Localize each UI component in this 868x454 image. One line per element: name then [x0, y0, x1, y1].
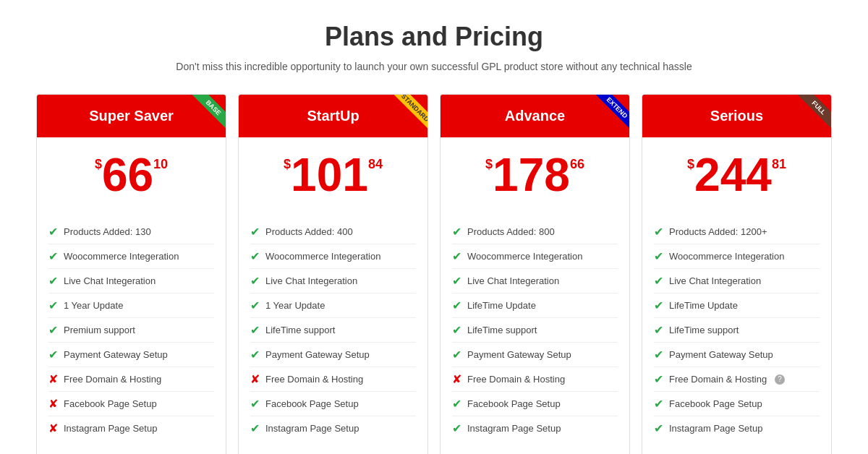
plan-price-serious: $24481 [642, 137, 831, 213]
plan-badge-serious: FULL [788, 95, 831, 137]
price-display-serious: $24481 [687, 152, 786, 198]
feature-item: ✔LifeTime Update [654, 294, 820, 318]
check-icon: ✔ [250, 348, 260, 361]
check-icon: ✔ [250, 274, 260, 288]
feature-text: Live Chat Integeration [265, 275, 357, 286]
feature-text: Facebook Page Setup [467, 398, 561, 409]
check-icon: ✔ [48, 323, 58, 337]
price-display-super-saver: $6610 [95, 152, 168, 198]
plan-badge-startup: STANDARD [384, 95, 427, 137]
feature-item: ✘Facebook Page Setup [48, 392, 214, 416]
check-icon: ✔ [654, 323, 663, 337]
feature-item: ✔LifeTime Update [452, 294, 618, 318]
check-icon: ✔ [452, 249, 461, 263]
check-icon: ✔ [654, 348, 663, 361]
feature-text: Live Chat Integeration [64, 275, 156, 286]
plan-badge-label-startup: STANDARD [393, 95, 427, 129]
plan-price-advance: $17866 [441, 137, 629, 213]
feature-item: ✔Products Added: 1200+ [654, 220, 820, 244]
feature-item: ✔Free Domain & Hosting? [654, 367, 820, 392]
cross-icon: ✘ [452, 372, 461, 386]
feature-item: ✔Premium support [48, 318, 214, 343]
plan-header-super-saver: Super SaverBASE [37, 95, 226, 137]
feature-text: Products Added: 800 [467, 226, 555, 237]
feature-text: Instagram Page Setup [467, 423, 561, 434]
feature-text: Instagram Page Setup [64, 423, 157, 434]
feature-text: LifeTime Update [467, 300, 536, 311]
check-icon: ✔ [250, 299, 260, 312]
feature-text: Live Chat Integeration [467, 275, 559, 286]
feature-item: ✔Facebook Page Setup [250, 392, 416, 416]
plan-price-super-saver: $6610 [37, 137, 226, 213]
feature-item: ✔Woocommerce Integeration [452, 244, 618, 269]
plan-price-startup: $10184 [239, 137, 427, 213]
plan-header-startup: StartUpSTANDARD [239, 95, 427, 137]
check-icon: ✔ [48, 249, 58, 263]
check-icon: ✔ [250, 421, 260, 435]
feature-item: ✔Woocommerce Integeration [654, 244, 820, 269]
feature-text: Instagram Page Setup [669, 423, 762, 434]
check-icon: ✔ [250, 323, 260, 337]
feature-item: ✘Free Domain & Hosting [48, 367, 214, 392]
feature-item: ✔LifeTime support [250, 318, 416, 343]
cross-icon: ✘ [48, 372, 58, 386]
price-dollar-serious: $ [687, 158, 694, 171]
feature-item: ✘Free Domain & Hosting [452, 367, 618, 392]
check-icon: ✔ [250, 397, 260, 411]
price-cents-advance: 66 [570, 158, 584, 171]
feature-item: ✔Products Added: 130 [48, 220, 214, 244]
feature-item: ✔LifeTime support [452, 318, 618, 343]
plan-header-advance: AdvanceEXTEND [441, 95, 629, 137]
check-icon: ✔ [250, 225, 260, 239]
plan-badge-label-super-saver: BASE [192, 95, 226, 129]
plan-card-serious: SeriousFULL$24481✔Products Added: 1200+✔… [642, 94, 832, 454]
page-title: Plans and Pricing [325, 22, 543, 52]
feature-text: Woocommerce Integeration [467, 251, 582, 262]
feature-text: Facebook Page Setup [669, 398, 762, 409]
feature-text: Instagram Page Setup [265, 423, 359, 434]
feature-text: Facebook Page Setup [64, 398, 157, 409]
feature-item: ✔Products Added: 400 [250, 220, 416, 244]
feature-text: Woocommerce Integeration [669, 251, 784, 262]
price-display-advance: $17866 [485, 152, 584, 198]
cross-icon: ✘ [250, 372, 260, 386]
feature-item: ✔Facebook Page Setup [452, 392, 618, 416]
feature-item: ✔Products Added: 800 [452, 220, 618, 244]
check-icon: ✔ [48, 299, 58, 312]
feature-text: Live Chat Integeration [669, 275, 761, 286]
feature-text: Payment Gateway Setup [669, 349, 773, 360]
price-dollar-super-saver: $ [95, 158, 102, 171]
plan-features-startup: ✔Products Added: 400✔Woocommerce Integer… [239, 213, 427, 452]
check-icon: ✔ [654, 249, 663, 263]
check-icon: ✔ [250, 249, 260, 263]
feature-text: Products Added: 130 [64, 226, 151, 237]
help-icon[interactable]: ? [775, 374, 785, 385]
plan-badge-super-saver: BASE [182, 95, 226, 137]
price-dollar-advance: $ [485, 158, 493, 171]
feature-text: LifeTime Update [669, 300, 738, 311]
feature-item: ✔Live Chat Integeration [654, 269, 820, 294]
feature-item: ✔Payment Gateway Setup [48, 343, 214, 367]
feature-item: ✔Woocommerce Integeration [250, 244, 416, 269]
feature-text: LifeTime support [669, 325, 739, 335]
feature-item: ✘Instagram Page Setup [48, 416, 214, 440]
plan-card-advance: AdvanceEXTEND$17866✔Products Added: 800✔… [440, 94, 630, 454]
feature-text: Premium support [64, 325, 135, 335]
plan-badge-advance: EXTEND [586, 95, 629, 137]
plan-features-serious: ✔Products Added: 1200+✔Woocommerce Integ… [642, 213, 831, 452]
feature-item: ✔Live Chat Integeration [48, 269, 214, 294]
feature-item: ✔1 Year Update [250, 294, 416, 318]
check-icon: ✔ [48, 348, 58, 361]
feature-item: ✔LifeTime support [654, 318, 820, 343]
feature-item: ✔Facebook Page Setup [654, 392, 820, 416]
price-display-startup: $10184 [284, 152, 383, 198]
cross-icon: ✘ [48, 397, 58, 411]
check-icon: ✔ [452, 225, 461, 239]
check-icon: ✔ [452, 348, 461, 361]
feature-text: Free Domain & Hosting [265, 374, 363, 385]
plan-badge-label-serious: FULL [797, 95, 831, 129]
feature-text: Free Domain & Hosting [669, 374, 767, 385]
plan-card-startup: StartUpSTANDARD$10184✔Products Added: 40… [238, 94, 428, 454]
check-icon: ✔ [654, 421, 663, 435]
price-cents-startup: 84 [368, 158, 383, 171]
